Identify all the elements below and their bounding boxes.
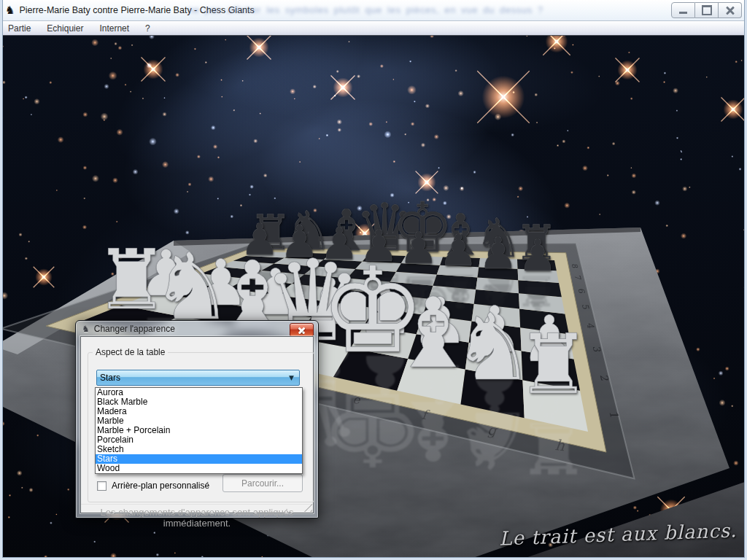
piece-black-pawn-f7[interactable]: ♟ bbox=[438, 230, 478, 273]
custom-background-label: Arrière-plan personnalisé bbox=[112, 481, 209, 491]
appearance-option[interactable]: Porcelain bbox=[96, 435, 302, 445]
appearance-option[interactable]: Wood bbox=[96, 464, 302, 473]
maximize-icon bbox=[702, 5, 712, 15]
menu-help[interactable]: ? bbox=[137, 22, 158, 35]
minimize-icon bbox=[679, 12, 687, 14]
appearance-dropdown-list: AuroraBlack MarbleMaderaMarbleMarble + P… bbox=[95, 387, 303, 474]
dialog-close-button[interactable] bbox=[290, 323, 314, 337]
dialog-status-text: Les changements d'apparence sont appliqu… bbox=[81, 504, 313, 529]
piece-reflection: ♚ bbox=[320, 378, 425, 478]
close-icon bbox=[726, 6, 735, 15]
browse-button[interactable]: Parcourir... bbox=[222, 474, 303, 492]
minimize-button[interactable] bbox=[671, 2, 695, 18]
table-aspect-combobox[interactable]: Stars ▼ bbox=[96, 370, 300, 386]
close-icon bbox=[298, 327, 305, 333]
menu-echiquier[interactable]: Echiquier bbox=[39, 22, 91, 35]
piece-reflection: ♜ bbox=[516, 411, 591, 482]
menu-partie[interactable]: Partie bbox=[0, 22, 39, 35]
menu-bar: Partie Echiquier Internet ? bbox=[0, 21, 747, 36]
custom-background-checkbox[interactable] bbox=[97, 481, 107, 491]
combobox-value: Stars bbox=[100, 373, 289, 383]
knight-icon: ♞ bbox=[82, 324, 90, 334]
piece-white-rook-h1[interactable]: ♜ bbox=[516, 323, 591, 406]
change-appearance-dialog: ♞ Changer l'apparence Aspect de la table… bbox=[75, 320, 319, 518]
knight-icon: ♞ bbox=[5, 5, 15, 16]
appearance-option[interactable]: Madera bbox=[96, 407, 302, 416]
dialog-body: Aspect de la table Stars ▼ AuroraBlack M… bbox=[80, 336, 314, 513]
ghost-tooltip-text: ne pas afficher les symboles plutôt que … bbox=[188, 4, 670, 15]
menu-internet[interactable]: Internet bbox=[91, 22, 137, 35]
piece-black-pawn-h7[interactable]: ♟ bbox=[518, 234, 557, 278]
title-bar: ♞ Pierre-Marie Baty contre Pierre-Marie … bbox=[0, 0, 747, 21]
group-label: Aspect de la table bbox=[93, 347, 168, 357]
close-button[interactable] bbox=[719, 2, 742, 18]
piece-black-pawn-g7[interactable]: ♟ bbox=[479, 232, 518, 276]
window-controls bbox=[671, 2, 742, 18]
dialog-title: Changer l'apparence bbox=[94, 324, 175, 334]
chevron-down-icon: ▼ bbox=[289, 374, 294, 381]
appearance-option[interactable]: Sketch bbox=[96, 445, 302, 454]
maximize-button[interactable] bbox=[695, 2, 719, 18]
dialog-title-bar[interactable]: ♞ Changer l'apparence bbox=[76, 321, 318, 336]
appearance-option[interactable]: Stars bbox=[96, 454, 302, 464]
